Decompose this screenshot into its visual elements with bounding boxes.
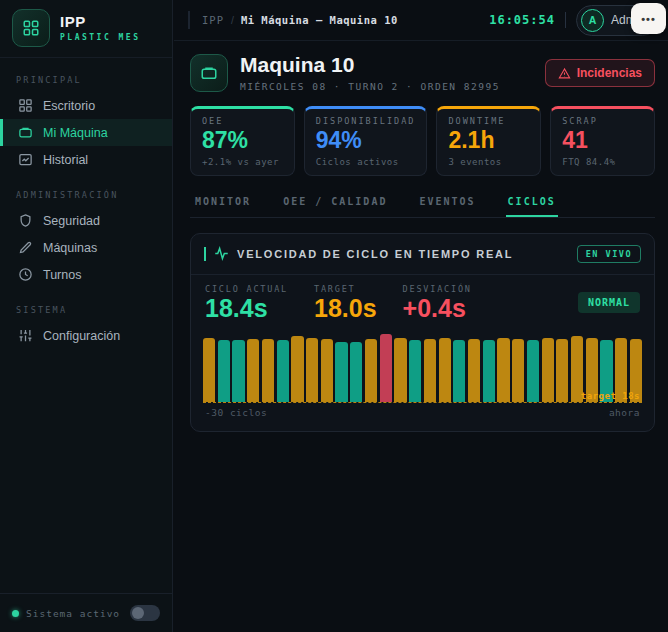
- cycle-bar: [542, 338, 554, 402]
- cycle-bar: [291, 336, 303, 402]
- kpi-subtext: Ciclos activos: [316, 157, 416, 167]
- target-line: target 18s: [203, 402, 642, 403]
- sidebar-item-turnos[interactable]: Turnos: [0, 261, 172, 288]
- sidebar-footer: Sistema activo: [0, 593, 172, 632]
- system-toggle[interactable]: [130, 605, 160, 621]
- system-status-label: Sistema activo: [26, 608, 123, 619]
- kpi-card-oee: OEE 87% +2.1% vs ayer: [190, 106, 295, 176]
- pencil-icon: [18, 240, 33, 255]
- sliders-icon: [18, 328, 33, 343]
- clock-icon: [18, 267, 33, 282]
- status-badge: NORMAL: [578, 292, 640, 313]
- kpi-value: 2.1h: [448, 127, 529, 155]
- breadcrumb-root[interactable]: IPP: [202, 14, 224, 26]
- breadcrumb-current: Mi Máquina — Maquina 10: [241, 14, 398, 26]
- app-title: IPP: [60, 14, 140, 31]
- kpi-label: DISPONIBILIDAD: [316, 116, 416, 126]
- x-axis-left-label: -30 ciclos: [205, 407, 267, 418]
- page-title: Maquina 10: [240, 54, 500, 76]
- tab-monitor[interactable]: MONITOR: [193, 190, 253, 217]
- sidebar-item-label: Máquinas: [43, 241, 97, 255]
- clock: 16:05:54: [489, 13, 555, 27]
- metric-ciclo-actual: CICLO ACTUAL 18.4s: [205, 284, 288, 323]
- kpi-subtext: +2.1% vs ayer: [202, 157, 283, 167]
- accent-bar: [204, 247, 206, 261]
- cycle-bar: [335, 342, 347, 402]
- incidents-button[interactable]: Incidencias: [545, 59, 655, 87]
- target-label: target 18s: [581, 391, 640, 401]
- system-status-dot: [12, 610, 19, 617]
- cycle-bar: [203, 338, 215, 402]
- section-label-administracion: ADMINISTRACIÓN: [0, 173, 172, 207]
- divider: [565, 12, 566, 28]
- metric-value: 18.4s: [205, 294, 288, 323]
- history-chart-icon: [18, 152, 33, 167]
- kpi-value: 94%: [316, 127, 416, 155]
- cycle-bar: [453, 340, 465, 402]
- cycle-bar: [262, 339, 274, 402]
- cycle-bar: [483, 340, 495, 402]
- kpi-subtext: 3 eventos: [448, 157, 529, 167]
- metric-value: 18.0s: [314, 294, 377, 323]
- cycle-bars: [203, 330, 642, 402]
- cycle-bar: [350, 342, 362, 402]
- tab-ciclos[interactable]: CICLOS: [506, 190, 558, 217]
- metric-target: TARGET 18.0s: [314, 284, 377, 323]
- activity-pulse-icon: [214, 246, 229, 261]
- main-content: Maquina 10 MIÉRCOLES 08 · TURNO 2 · ORDE…: [174, 41, 668, 632]
- live-badge: EN VIVO: [577, 245, 641, 263]
- cycle-metrics: CICLO ACTUAL 18.4s TARGET 18.0s DESVIACI…: [191, 275, 654, 323]
- breadcrumb: IPP / Mi Máquina — Maquina 10: [188, 11, 398, 29]
- metric-label: CICLO ACTUAL: [205, 284, 288, 294]
- kpi-label: OEE: [202, 116, 283, 126]
- panel-title: VELOCIDAD DE CICLO EN TIEMPO REAL: [237, 248, 513, 260]
- kpi-value: 41: [562, 127, 643, 155]
- sidebar-item-seguridad[interactable]: Seguridad: [0, 207, 172, 234]
- sidebar-item-historial[interactable]: Historial: [0, 146, 172, 173]
- sidebar-item-configuracion[interactable]: Configuración: [0, 322, 172, 349]
- x-axis-right-label: ahora: [609, 407, 640, 418]
- grid-icon: [18, 98, 33, 113]
- tab-strip: MONITOR OEE / CALIDAD EVENTOS CICLOS: [190, 190, 655, 218]
- cycle-chart: target 18s -30 ciclos ahora: [191, 322, 654, 431]
- sidebar-item-maquinas[interactable]: Máquinas: [0, 234, 172, 261]
- cycle-bar: [218, 340, 230, 402]
- logo-grid-icon: [12, 9, 50, 47]
- sidebar-item-label: Historial: [43, 153, 88, 167]
- cycle-bar: [439, 338, 451, 402]
- cycle-bar: [321, 339, 333, 402]
- shield-icon: [18, 213, 33, 228]
- sidebar-item-label: Mi Máquina: [43, 126, 108, 140]
- sidebar-nav: PRINCIPAL Escritorio Mi Máquina Historia…: [0, 58, 172, 593]
- cycle-bar: [556, 339, 568, 402]
- sidebar-item-escritorio[interactable]: Escritorio: [0, 92, 172, 119]
- section-label-principal: PRINCIPAL: [0, 58, 172, 92]
- cycle-bar: [232, 340, 244, 402]
- x-axis-labels: -30 ciclos ahora: [203, 403, 642, 427]
- machine-icon: [190, 54, 228, 92]
- incidents-button-label: Incidencias: [577, 66, 642, 80]
- sidebar-item-label: Turnos: [43, 268, 81, 282]
- machine-icon: [18, 125, 33, 140]
- kpi-row: OEE 87% +2.1% vs ayer DISPONIBILIDAD 94%…: [190, 106, 655, 176]
- kpi-card-disponibilidad: DISPONIBILIDAD 94% Ciclos activos: [304, 106, 428, 176]
- cycle-bar: [424, 339, 436, 402]
- breadcrumb-separator: /: [231, 14, 234, 26]
- kpi-value: 87%: [202, 127, 283, 155]
- topbar: IPP / Mi Máquina — Maquina 10 16:05:54 A…: [174, 0, 668, 41]
- cycle-speed-panel: VELOCIDAD DE CICLO EN TIEMPO REAL EN VIV…: [190, 233, 655, 433]
- toggle-knob: [132, 607, 144, 619]
- avatar: A: [581, 9, 604, 32]
- app-subtitle: PLASTIC MES: [60, 33, 140, 42]
- tab-eventos[interactable]: EVENTOS: [417, 190, 477, 217]
- alert-triangle-icon: [558, 67, 571, 80]
- cycle-bar: [409, 340, 421, 402]
- overlay-menu-button[interactable]: •••: [631, 3, 666, 34]
- sidebar-item-mi-maquina[interactable]: Mi Máquina: [0, 119, 172, 146]
- sidebar: IPP PLASTIC MES PRINCIPAL Escritorio Mi …: [0, 0, 173, 632]
- sidebar-item-label: Configuración: [43, 329, 120, 343]
- tab-oee-calidad[interactable]: OEE / CALIDAD: [281, 190, 389, 217]
- cycle-bar: [497, 338, 509, 402]
- cycle-bar: [512, 339, 524, 402]
- sidebar-item-label: Seguridad: [43, 214, 100, 228]
